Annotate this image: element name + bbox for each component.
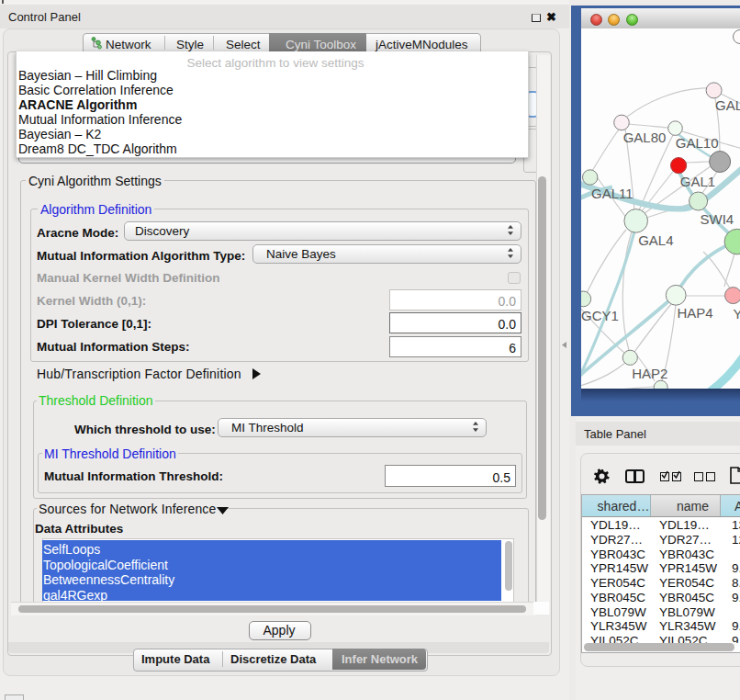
svg-text:SWI4: SWI4 xyxy=(701,211,734,227)
svg-text:HAP2: HAP2 xyxy=(632,366,667,381)
svg-text:GAL1: GAL1 xyxy=(680,174,715,189)
svg-text:GAL11: GAL11 xyxy=(591,186,633,201)
svg-text:GAL10: GAL10 xyxy=(676,135,719,151)
svg-text:GAL7: GAL7 xyxy=(715,97,740,113)
svg-text:HAP4: HAP4 xyxy=(678,305,713,321)
svg-text:GAL80: GAL80 xyxy=(623,130,667,145)
svg-text:GCY1: GCY1 xyxy=(581,308,619,323)
svg-text:GAL4: GAL4 xyxy=(638,232,673,248)
svg-text:Y: Y xyxy=(734,306,740,322)
